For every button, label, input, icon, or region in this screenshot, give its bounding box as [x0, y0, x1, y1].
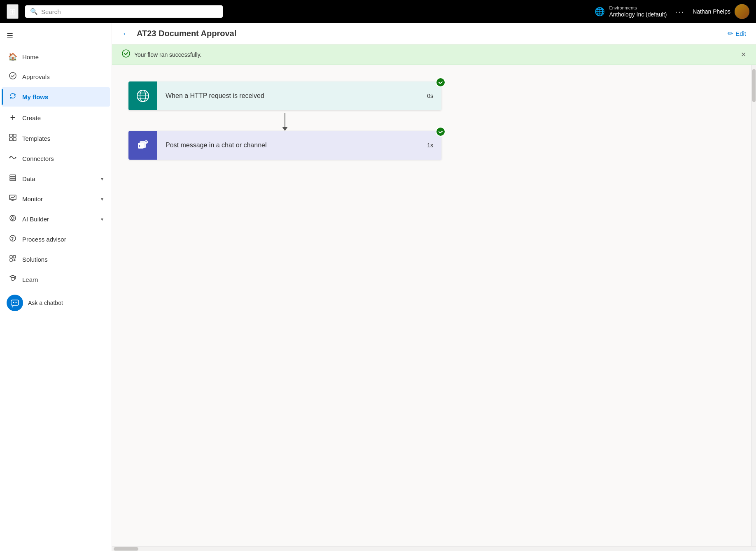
step2-label: Post message in a chat or channel: [157, 131, 419, 160]
solutions-icon: [8, 255, 17, 264]
environment-icon: 🌐: [595, 7, 605, 16]
svg-point-0: [9, 72, 16, 79]
search-box: 🔍: [25, 5, 223, 18]
sidebar: ☰ 🏠 Home Approvals: [0, 23, 112, 551]
sidebar-item-ai-builder[interactable]: AI Builder ▾: [2, 209, 110, 229]
templates-icon: [8, 134, 17, 143]
right-scrollbar[interactable]: [751, 65, 756, 546]
user-name: Nathan Phelps: [693, 8, 730, 15]
sidebar-item-create[interactable]: + Create: [2, 107, 110, 128]
environment-text: Environments Anthology Inc (default): [609, 5, 667, 18]
svg-rect-2: [13, 134, 16, 137]
page-header: ← AT23 Document Approval ✏ Edit: [112, 23, 756, 44]
sidebar-item-data[interactable]: Data ▾: [2, 169, 110, 188]
svg-rect-21: [10, 259, 12, 261]
edit-icon: ✏: [728, 30, 733, 37]
bottom-scrollbar[interactable]: [112, 546, 756, 551]
sidebar-item-label: Connectors: [22, 155, 103, 162]
svg-point-27: [16, 302, 17, 303]
sidebar-item-label: My flows: [22, 93, 103, 100]
edit-button[interactable]: ✏ Edit: [728, 30, 746, 37]
sidebar-item-solutions[interactable]: Solutions: [2, 250, 110, 269]
sidebar-item-learn[interactable]: Learn: [2, 270, 110, 289]
svg-point-14: [12, 217, 14, 219]
sidebar-item-label: Approvals: [22, 73, 103, 80]
svg-point-28: [122, 50, 130, 57]
learn-icon: [8, 275, 17, 284]
svg-rect-25: [11, 300, 19, 305]
search-icon: 🔍: [30, 8, 38, 15]
avatar[interactable]: [735, 4, 749, 19]
flow-step-1[interactable]: When a HTTP request is received 0s: [128, 81, 441, 110]
edit-label: Edit: [735, 30, 746, 37]
svg-rect-3: [9, 138, 12, 141]
bottom-scrollbar-thumb: [114, 547, 138, 551]
chevron-down-icon: ▾: [101, 176, 103, 182]
svg-rect-19: [10, 256, 12, 258]
environment-area: 🌐 Environments Anthology Inc (default): [595, 5, 667, 18]
sidebar-item-label: Solutions: [22, 256, 103, 263]
step2-icon-wrap: T T: [128, 131, 157, 160]
sidebar-item-label: Home: [22, 53, 103, 60]
svg-rect-7: [10, 175, 16, 177]
back-button[interactable]: ←: [122, 29, 130, 38]
my-flows-icon: [8, 92, 17, 102]
step1-label: When a HTTP request is received: [157, 81, 419, 110]
svg-rect-8: [10, 177, 16, 179]
step1-success-icon: [436, 77, 446, 87]
main-layout: ☰ 🏠 Home Approvals: [0, 23, 756, 551]
svg-text:T: T: [145, 141, 147, 144]
svg-rect-4: [13, 138, 16, 141]
more-options-icon[interactable]: ···: [675, 7, 684, 16]
chatbot-button[interactable]: Ask a chatbot: [0, 290, 112, 316]
sidebar-item-label: Templates: [22, 135, 103, 142]
close-banner-button[interactable]: ✕: [741, 51, 746, 58]
flow-content: When a HTTP request is received 0s: [128, 81, 441, 160]
sidebar-item-label: Learn: [22, 276, 103, 283]
content-area: ← AT23 Document Approval ✏ Edit Your flo…: [112, 23, 756, 551]
hamburger-button[interactable]: ☰: [3, 28, 16, 44]
chevron-down-icon: ▾: [101, 196, 103, 202]
svg-point-18: [12, 240, 13, 241]
approvals-icon: [8, 72, 17, 81]
sidebar-item-approvals[interactable]: Approvals: [2, 67, 110, 86]
svg-point-5: [9, 157, 11, 158]
svg-point-6: [15, 157, 16, 158]
connectors-icon: [8, 154, 17, 163]
success-message: Your flow ran successfully.: [134, 51, 737, 58]
home-icon: 🏠: [8, 52, 17, 61]
step2-success-icon: [436, 127, 446, 137]
chatbot-label: Ask a chatbot: [28, 300, 63, 306]
ai-builder-icon: [8, 214, 17, 224]
sidebar-item-monitor[interactable]: Monitor ▾: [2, 189, 110, 209]
grid-icon[interactable]: ⊞: [7, 4, 19, 19]
scrollbar-thumb: [752, 69, 756, 102]
success-check-icon: [122, 49, 130, 60]
sidebar-item-home[interactable]: 🏠 Home: [2, 47, 110, 66]
sidebar-top: ☰: [0, 23, 112, 47]
sidebar-item-templates[interactable]: Templates: [2, 129, 110, 148]
page-title: AT23 Document Approval: [137, 29, 721, 38]
search-input[interactable]: [41, 8, 218, 15]
topbar-right: 🌐 Environments Anthology Inc (default) ·…: [595, 4, 749, 19]
chevron-down-icon: ▾: [101, 216, 103, 222]
environment-name: Anthology Inc (default): [609, 11, 667, 18]
flow-canvas[interactable]: When a HTTP request is received 0s: [112, 65, 751, 546]
sidebar-item-label: Monitor: [22, 195, 96, 202]
environment-label: Environments: [609, 5, 667, 11]
topbar: ⊞ 🔍 🌐 Environments Anthology Inc (defaul…: [0, 0, 756, 23]
sidebar-item-label: Process advisor: [22, 236, 103, 243]
process-advisor-icon: [8, 235, 17, 244]
svg-rect-1: [9, 134, 12, 137]
sidebar-item-label: Create: [22, 114, 103, 121]
sidebar-item-process-advisor[interactable]: Process advisor: [2, 230, 110, 249]
svg-rect-9: [10, 179, 16, 181]
flow-step-2[interactable]: T T Post message in a chat or channel 1s: [128, 131, 441, 160]
svg-text:T: T: [138, 144, 141, 148]
success-banner: Your flow ran successfully. ✕: [112, 44, 756, 65]
sidebar-item-connectors[interactable]: Connectors: [2, 149, 110, 168]
svg-rect-20: [13, 256, 16, 258]
sidebar-item-label: Data: [22, 175, 96, 182]
sidebar-item-my-flows[interactable]: My flows: [2, 87, 110, 107]
svg-point-26: [13, 302, 14, 303]
